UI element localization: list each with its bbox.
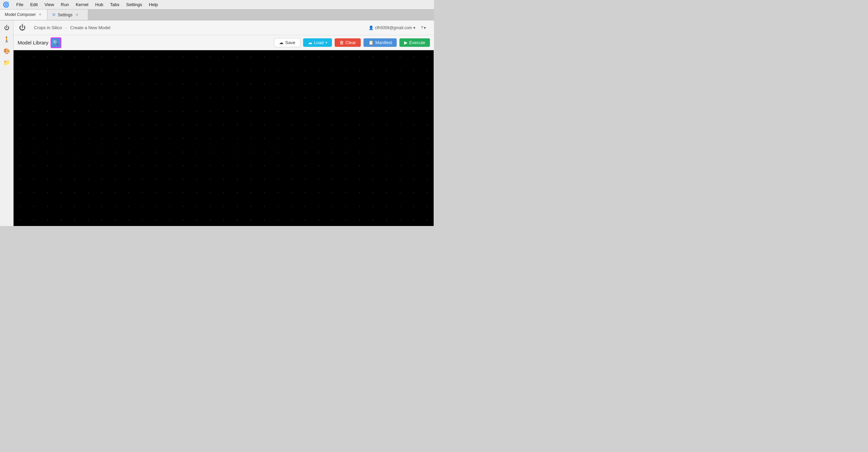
menu-hub[interactable]: Hub: [93, 1, 106, 8]
canvas-right-panel: [434, 50, 434, 226]
load-dropdown-icon: ▾: [326, 41, 327, 44]
help-dropdown-icon: ▾: [424, 25, 426, 30]
nav-user-menu[interactable]: 👤 cfh5058@gmail.com ▾: [366, 24, 418, 32]
menu-edit[interactable]: Edit: [27, 1, 40, 8]
load-icon: ☁: [308, 40, 312, 45]
nav-breadcrumb-crops[interactable]: Crops in Silico: [31, 24, 65, 32]
menu-kernel[interactable]: Kernel: [73, 1, 91, 8]
execute-label: Execute: [409, 40, 425, 45]
sidebar-item-run[interactable]: 🚶: [2, 35, 12, 44]
model-library-label: Model Library: [18, 40, 48, 45]
execute-icon: ▶: [404, 40, 408, 45]
content-area: ⏻ Crops in Silico › Create a New Model 👤…: [14, 20, 434, 226]
nav-logo-icon: ⏻: [19, 24, 26, 32]
sidebar-item-palette[interactable]: 🎨: [2, 46, 12, 56]
tab-model-composer-label: Model Composer: [5, 12, 36, 17]
nav-bar: ⏻ Crops in Silico › Create a New Model 👤…: [14, 20, 434, 35]
tab-model-composer-close[interactable]: ✕: [38, 12, 42, 17]
canvas-area[interactable]: [14, 50, 434, 226]
menu-settings[interactable]: Settings: [123, 1, 145, 8]
menu-bar: 🌀 File Edit View Run Kernel Hub Tabs Set…: [0, 0, 434, 10]
nav-separator: ›: [65, 25, 67, 30]
nav-breadcrumb-create[interactable]: Create a New Model: [67, 24, 113, 32]
sidebar: ⏻ 🚶 🎨 📁: [0, 20, 14, 226]
app-container: ⏻ 🚶 🎨 📁 ⏻ Crops in Silico › Create a New…: [0, 20, 434, 226]
home-icon: ⏻: [4, 25, 9, 31]
sidebar-item-home[interactable]: ⏻: [2, 23, 12, 33]
menu-file[interactable]: File: [14, 1, 26, 8]
palette-icon: 🎨: [3, 48, 10, 54]
load-label: Load: [314, 40, 324, 45]
settings-tab-icon: ⚙: [52, 13, 56, 17]
tab-bar: Model Composer ✕ ⚙ Settings ✕: [0, 10, 434, 20]
load-button[interactable]: ☁ Load ▾: [303, 38, 332, 47]
menu-help[interactable]: Help: [146, 1, 161, 8]
tab-settings-label: Settings: [58, 13, 72, 17]
menu-run[interactable]: Run: [58, 1, 72, 8]
run-icon: 🚶: [3, 36, 10, 43]
search-icon: 🔍: [53, 40, 59, 46]
clear-icon: 🗑: [339, 40, 344, 45]
toolbar-right: ☁ Save ☁ Load ▾ 🗑 Clear 📋 Manifest ▶: [274, 38, 430, 47]
save-icon: ☁: [279, 40, 283, 45]
tab-settings-close[interactable]: ✕: [75, 13, 79, 17]
manifest-button[interactable]: 📋 Manifest: [363, 38, 397, 47]
menu-tabs[interactable]: Tabs: [107, 1, 122, 8]
save-label: Save: [285, 40, 295, 45]
user-email: cfh5058@gmail.com: [375, 25, 412, 30]
menu-view[interactable]: View: [42, 1, 57, 8]
tab-model-composer[interactable]: Model Composer ✕: [0, 10, 47, 20]
sidebar-item-folder[interactable]: 📁: [2, 58, 12, 67]
clear-label: Clear: [346, 40, 356, 45]
tab-settings[interactable]: ⚙ Settings ✕: [47, 10, 88, 20]
search-button[interactable]: 🔍: [51, 37, 61, 48]
save-button[interactable]: ☁ Save: [274, 38, 300, 47]
execute-button[interactable]: ▶ Execute: [399, 38, 430, 47]
manifest-label: Manifest: [375, 40, 392, 45]
user-dropdown-icon: ▾: [413, 25, 415, 30]
user-icon: 👤: [369, 25, 374, 30]
app-logo-icon: 🌀: [3, 1, 9, 8]
nav-help-menu[interactable]: ? ▾: [418, 24, 429, 32]
toolbar-left: Model Library 🔍: [18, 37, 272, 48]
clear-button[interactable]: 🗑 Clear: [335, 38, 361, 47]
toolbar: Model Library 🔍 ☁ Save ☁ Load ▾ 🗑 Clear: [14, 35, 434, 50]
help-icon: ?: [421, 25, 423, 30]
folder-icon: 📁: [3, 59, 10, 66]
manifest-icon: 📋: [368, 40, 374, 45]
